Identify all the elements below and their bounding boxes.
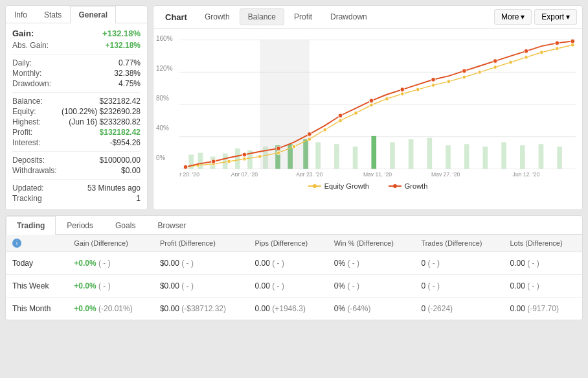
- tab-info[interactable]: Info: [6, 6, 36, 23]
- balance-value: $232182.42: [100, 97, 141, 106]
- svg-point-52: [525, 56, 528, 60]
- row-today-profit: $0.00 ( - ): [153, 252, 249, 275]
- highest-value: (Jun 16) $233280.82: [69, 117, 141, 126]
- balance-label: Balance:: [12, 97, 43, 106]
- row-today-gain: +0.0% ( - ): [67, 252, 153, 275]
- table-row: This Week +0.0% ( - ) $0.00 ( - ) 0.00 (…: [6, 275, 582, 298]
- abs-gain-value: +132.18%: [106, 41, 141, 50]
- svg-point-60: [307, 132, 311, 137]
- drawdown-row: Drawdown: 4.75%: [12, 79, 141, 88]
- panel-content: Gain: +132.18% Abs. Gain: +132.18% Daily…: [6, 23, 147, 209]
- svg-point-63: [400, 88, 405, 92]
- svg-point-39: [323, 128, 327, 132]
- chart-tab-drawdown[interactable]: Drawdown: [322, 8, 376, 25]
- highest-row: Highest: (Jun 16) $233280.82: [12, 117, 141, 126]
- row-month-gain: +0.0% (-20.01%): [67, 298, 153, 320]
- svg-rect-24: [483, 147, 488, 169]
- row-month-trades: 0 (-2624): [414, 298, 503, 320]
- withdrawals-value: $0.00: [121, 166, 141, 175]
- bottom-tab-goals[interactable]: Goals: [104, 216, 146, 235]
- tracking-label: Tracking: [12, 194, 42, 203]
- interest-label: Interest:: [12, 138, 40, 147]
- col-lots: Lots (Difference): [504, 235, 583, 252]
- gain-value: +132.18%: [102, 29, 141, 38]
- svg-point-65: [462, 69, 467, 73]
- daily-value: 0.77%: [119, 58, 141, 67]
- chart-tab-balance[interactable]: Balance: [240, 8, 284, 25]
- row-month-profit: $0.00 (-$38712.32): [153, 298, 249, 320]
- svg-point-68: [555, 41, 560, 45]
- chart-title: Chart: [159, 9, 194, 25]
- tracking-value: 1: [136, 194, 141, 203]
- updated-label: Updated:: [12, 183, 44, 193]
- svg-text:Mar 20, '20: Mar 20, '20: [179, 171, 199, 176]
- svg-rect-17: [353, 147, 358, 169]
- deposits-row: Deposits: $100000.00: [12, 156, 141, 165]
- svg-point-50: [493, 65, 497, 69]
- equity-value: (100.22%) $232690.28: [62, 107, 141, 116]
- svg-text:May 27, '20: May 27, '20: [431, 171, 460, 176]
- svg-rect-15: [315, 142, 321, 169]
- svg-rect-25: [501, 142, 506, 169]
- row-today-label: Today: [6, 252, 67, 275]
- svg-text:May 11, '20: May 11, '20: [363, 171, 392, 176]
- chart-tab-profit[interactable]: Profit: [286, 8, 321, 25]
- svg-point-53: [540, 51, 544, 54]
- withdrawals-row: Withdrawals: $0.00: [12, 166, 141, 175]
- info-icon[interactable]: i: [12, 239, 21, 248]
- abs-gain-label: Abs. Gain:: [12, 41, 49, 50]
- svg-point-51: [509, 60, 513, 64]
- svg-point-61: [338, 113, 343, 118]
- bottom-tab-browser[interactable]: Browser: [146, 216, 197, 235]
- svg-rect-23: [464, 144, 469, 169]
- chart-actions: More ▾ Export ▾: [494, 9, 577, 25]
- svg-point-49: [478, 70, 482, 74]
- drawdown-label: Drawdown:: [12, 79, 51, 88]
- svg-point-62: [369, 99, 374, 103]
- row-week-trades: 0 ( - ): [414, 275, 503, 298]
- chart-tab-growth[interactable]: Growth: [196, 8, 238, 25]
- svg-rect-19: [390, 142, 395, 169]
- interest-value: -$954.26: [110, 138, 141, 147]
- row-week-pips: 0.00 ( - ): [249, 275, 328, 298]
- y-label-40: 40%: [156, 124, 173, 132]
- export-label: Export: [541, 12, 564, 21]
- svg-rect-21: [427, 138, 433, 169]
- svg-point-33: [227, 159, 231, 163]
- svg-rect-27: [539, 144, 544, 169]
- col-gain: Gain (Difference): [67, 235, 153, 252]
- profit-row: Profit: $132182.42: [12, 128, 141, 137]
- bottom-tabs: Trading Periods Goals Browser: [6, 216, 582, 235]
- svg-point-34: [243, 157, 247, 161]
- export-button[interactable]: Export ▾: [534, 9, 577, 25]
- svg-point-36: [277, 151, 280, 155]
- row-week-profit: $0.00 ( - ): [153, 275, 249, 298]
- bottom-tab-periods[interactable]: Periods: [56, 216, 104, 235]
- interest-row: Interest: -$954.26: [12, 138, 141, 147]
- chart-panel: Chart Growth Balance Profit Drawdown Mor…: [153, 5, 583, 210]
- growth-line-icon: [389, 185, 401, 187]
- tracking-row: Tracking 1: [12, 194, 141, 203]
- highest-label: Highest:: [12, 117, 41, 126]
- equity-label: Equity:: [12, 107, 36, 116]
- more-label: More: [501, 12, 519, 21]
- gain-row: Gain: +132.18%: [12, 29, 141, 38]
- svg-point-69: [571, 39, 575, 43]
- col-profit: Profit (Difference): [153, 235, 249, 252]
- row-week-win: 0% ( - ): [328, 275, 415, 298]
- withdrawals-label: Withdrawals:: [12, 166, 57, 175]
- svg-point-45: [416, 88, 420, 91]
- equity-growth-label: Equity Growth: [324, 182, 369, 190]
- svg-point-64: [431, 77, 436, 82]
- equity-row: Equity: (100.22%) $232690.28: [12, 107, 141, 116]
- equity-growth-line-icon: [308, 185, 321, 187]
- row-today-lots: 0.00 ( - ): [504, 252, 583, 275]
- svg-rect-16: [334, 144, 339, 169]
- tab-stats[interactable]: Stats: [36, 6, 70, 23]
- chevron-down-icon: ▾: [521, 12, 525, 21]
- more-button[interactable]: More ▾: [494, 9, 532, 25]
- tab-general[interactable]: General: [70, 6, 116, 23]
- svg-point-66: [493, 59, 497, 64]
- bottom-tab-trading[interactable]: Trading: [6, 216, 56, 235]
- svg-point-56: [183, 165, 188, 169]
